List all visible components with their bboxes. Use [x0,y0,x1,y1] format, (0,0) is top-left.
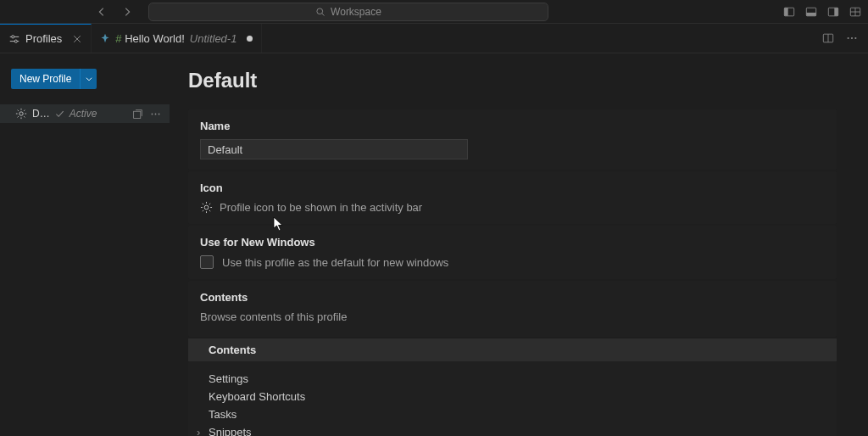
svg-point-19 [848,37,849,39]
search-icon [315,7,326,17]
nav-back-icon[interactable] [96,6,108,18]
icon-label: Icon [200,182,825,194]
profile-name-input[interactable] [200,139,468,159]
gear-icon [15,108,27,120]
new-profile-button[interactable]: New Profile [11,69,80,89]
contents-list: Settings Keyboard Shortcuts Tasks ›Snipp… [188,361,837,436]
active-badge: Active [70,108,97,120]
tab-profiles[interactable]: Profiles [0,24,92,53]
profile-editor: Default Name Icon Profile icon to be sho… [170,53,868,436]
svg-rect-23 [134,111,141,118]
pin-icon [100,33,110,43]
contents-section: Contents Browse contents of this profile [188,281,837,337]
svg-line-1 [322,13,325,15]
profile-name: D… [32,108,50,120]
layout-grid-icon[interactable] [849,6,861,18]
svg-rect-5 [806,12,815,15]
svg-rect-7 [834,8,837,16]
svg-point-25 [155,113,157,115]
contents-item-keyboard[interactable]: Keyboard Shortcuts [188,388,837,405]
tab-untitled[interactable]: # Hello World! Untitled-1 [92,24,262,53]
profiles-sidebar: New Profile D… Active [0,53,170,436]
new-profile-dropdown[interactable] [80,69,97,89]
tab-profiles-label: Profiles [25,32,62,45]
name-label: Name [200,120,825,132]
check-icon [55,109,64,119]
search-placeholder: Workspace [331,6,381,18]
svg-point-24 [152,113,153,115]
new-windows-checkbox[interactable] [200,255,214,269]
layout-bottom-icon[interactable] [805,6,817,18]
gear-icon[interactable] [200,201,213,214]
modified-dot-icon [247,36,253,42]
contents-item-snippets[interactable]: ›Snippets [188,423,837,436]
search-input[interactable]: Workspace [148,3,548,21]
new-windows-section: Use for New Windows Use this profile as … [188,226,837,279]
tab-bar: Profiles # Hello World! Untitled-1 [0,24,868,53]
title-bar: Workspace [0,0,868,24]
svg-point-27 [204,205,209,210]
svg-point-0 [317,8,323,14]
svg-rect-3 [784,8,787,16]
more-icon[interactable] [846,32,858,44]
svg-point-14 [14,40,17,42]
page-title: Default [188,69,848,92]
split-editor-icon[interactable] [822,32,834,44]
icon-section: Icon Profile icon to be shown in the act… [188,171,837,224]
contents-description: Browse contents of this profile [200,310,825,323]
contents-item-tasks[interactable]: Tasks [188,405,837,423]
svg-point-22 [19,112,23,115]
contents-item-settings[interactable]: Settings [188,370,837,388]
new-windows-description: Use this profile as the default for new … [222,256,448,269]
tab-untitled-sub: Untitled-1 [190,32,237,45]
nav-forward-icon[interactable] [121,6,133,18]
chevron-right-icon: › [197,426,205,436]
svg-point-21 [854,37,856,39]
contents-table-header: Contents [188,338,837,361]
new-windows-label: Use for New Windows [200,236,825,249]
svg-point-26 [159,113,160,115]
layout-right-icon[interactable] [827,6,839,18]
close-icon[interactable] [72,34,82,44]
settings-sliders-icon [8,33,20,45]
contents-label: Contents [200,291,825,304]
layout-left-icon[interactable] [783,6,795,18]
profile-list-item[interactable]: D… Active [0,104,170,123]
svg-point-12 [12,35,14,37]
icon-description: Profile icon to be shown in the activity… [220,201,422,214]
more-icon[interactable] [150,109,161,120]
tab-untitled-title: # Hello World! [115,32,184,45]
name-section: Name [188,109,837,170]
svg-point-20 [851,37,853,39]
new-window-icon[interactable] [132,109,143,120]
